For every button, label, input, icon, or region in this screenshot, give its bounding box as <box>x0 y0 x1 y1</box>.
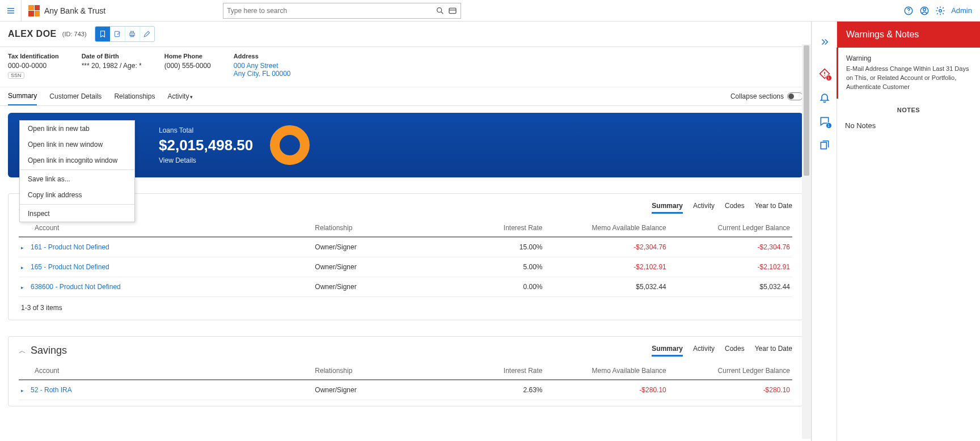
ctx-open-incognito[interactable]: Open link in incognito window <box>20 152 134 168</box>
search-icon[interactable] <box>436 6 445 15</box>
card-tab-codes[interactable]: Codes <box>725 345 745 357</box>
warning-badge: 1 <box>826 75 832 81</box>
col-relationship: Relationship <box>312 362 452 380</box>
rail-chat-button[interactable]: 1 <box>819 116 830 127</box>
chevron-right-double-icon <box>820 37 830 47</box>
help-icon[interactable] <box>903 6 914 16</box>
logo-mark-icon <box>28 5 40 16</box>
bookmark-button[interactable] <box>95 27 110 41</box>
chevron-right-icon[interactable]: ▸ <box>21 245 24 251</box>
rail-warning-button[interactable]: 1 <box>819 68 830 79</box>
topbar-right: Admin <box>903 6 974 16</box>
memo-cell: $5,032.44 <box>545 277 669 297</box>
ctx-inspect[interactable]: Inspect <box>20 206 134 222</box>
warning-body: E-Mail Address Change Within Last 31 Day… <box>846 65 972 92</box>
card-tabs: Summary Activity Codes Year to Date <box>652 202 792 214</box>
scroll-thumb[interactable] <box>804 45 809 176</box>
print-button[interactable] <box>125 27 140 41</box>
user-icon[interactable] <box>919 6 930 16</box>
card-tab-activity[interactable]: Activity <box>693 202 715 214</box>
dob-label: Date of Birth <box>82 53 142 60</box>
warning-item: Warning E-Mail Address Change Within Las… <box>837 48 980 99</box>
collapse-panel-button[interactable] <box>812 28 837 56</box>
edit-button[interactable] <box>110 27 125 41</box>
search-box[interactable] <box>223 3 461 19</box>
notes-header: NOTES <box>837 99 980 118</box>
card-tab-summary[interactable]: Summary <box>652 345 683 357</box>
vertical-scrollbar[interactable] <box>802 44 811 439</box>
svg-point-5 <box>923 8 926 11</box>
warning-title: Warning <box>846 54 972 62</box>
tab-relationships[interactable]: Relationships <box>114 92 155 105</box>
card-tab-codes[interactable]: Codes <box>725 202 745 214</box>
collapse-sections-control[interactable]: Collapse sections <box>730 92 803 105</box>
ctx-save-link-as[interactable]: Save link as... <box>20 171 134 187</box>
relationship-cell: Owner/Signer <box>312 277 452 297</box>
pencil-button[interactable] <box>140 27 154 41</box>
chevron-right-icon[interactable]: ▸ <box>21 388 24 393</box>
card-tabs: Summary Activity Codes Year to Date <box>652 345 792 357</box>
rate-cell: 5.00% <box>452 257 545 277</box>
table-row: ▸638600 - Product Not DefinedOwner/Signe… <box>19 277 792 297</box>
col-rate: Interest Rate <box>452 219 545 237</box>
gear-icon[interactable] <box>935 6 945 16</box>
tab-summary[interactable]: Summary <box>8 92 37 105</box>
account-link[interactable]: ▸165 - Product Not Defined <box>19 257 312 277</box>
view-details-link[interactable]: View Details <box>159 156 253 164</box>
ledger-cell: -$280.10 <box>669 380 792 400</box>
col-ledger: Current Ledger Balance <box>669 219 792 237</box>
rate-cell: 2.63% <box>452 380 545 400</box>
content-column: ALEX DOE (ID: 743) Tax Identification 00… <box>0 22 812 441</box>
savings-title: Savings <box>31 345 67 357</box>
relationship-cell: Owner/Signer <box>312 237 452 257</box>
address-line1[interactable]: 000 Any Street <box>234 62 291 70</box>
collapse-label: Collapse sections <box>730 92 784 100</box>
ctx-copy-link-address[interactable]: Copy link address <box>20 187 134 203</box>
chat-badge: 1 <box>826 122 832 129</box>
card-tab-activity[interactable]: Activity <box>693 345 715 357</box>
rate-cell: 15.00% <box>452 237 545 257</box>
chevron-right-icon[interactable]: ▸ <box>21 265 24 270</box>
account-link[interactable]: ▸638600 - Product Not Defined <box>19 277 312 297</box>
toolbar-buttons <box>95 26 155 42</box>
collapse-icon[interactable]: ︿ <box>19 346 26 356</box>
account-link[interactable]: ▸161 - Product Not Defined <box>19 237 312 257</box>
hamburger-menu-button[interactable] <box>0 0 22 22</box>
donut-chart-icon <box>270 125 310 165</box>
panel-title: Warnings & Notes <box>837 22 980 48</box>
rate-cell: 0.00% <box>452 277 545 297</box>
relationship-cell: Owner/Signer <box>312 380 452 400</box>
chevron-right-icon[interactable]: ▸ <box>21 285 24 290</box>
card-tab-ytd[interactable]: Year to Date <box>755 202 792 214</box>
rail-bell-button[interactable] <box>819 92 830 103</box>
card-tab-ytd[interactable]: Year to Date <box>755 345 792 357</box>
ctx-open-new-tab[interactable]: Open link in new tab <box>20 121 134 137</box>
address-line2[interactable]: Any City, FL 00000 <box>234 70 291 78</box>
admin-link[interactable]: Admin <box>951 6 972 15</box>
topbar: Any Bank & Trust Admin <box>0 0 980 22</box>
rail-docs-button[interactable] <box>819 139 830 151</box>
main-tabs: Summary Customer Details Relationships A… <box>0 87 811 106</box>
collapse-toggle[interactable] <box>787 92 803 100</box>
customer-info-strip: Tax Identification 000-00-0000 SSN Date … <box>0 47 811 87</box>
ledger-cell: -$2,102.91 <box>669 257 792 277</box>
savings-card: ︿ Savings Summary Activity Codes Year to… <box>8 336 803 406</box>
memo-cell: -$2,304.76 <box>545 237 669 257</box>
svg-rect-1 <box>449 8 456 13</box>
account-link[interactable]: ▸52 - Roth IRA <box>19 380 312 400</box>
search-input[interactable] <box>227 7 432 15</box>
customer-name: ALEX DOE <box>8 29 57 39</box>
hamburger-icon <box>6 6 15 15</box>
col-memo: Memo Available Balance <box>545 362 669 380</box>
card-tab-summary[interactable]: Summary <box>652 202 683 214</box>
print-icon <box>128 30 136 38</box>
tab-activity[interactable]: Activity▾ <box>167 92 193 105</box>
bank-name: Any Bank & Trust <box>44 6 105 15</box>
ssn-badge: SSN <box>8 72 24 79</box>
checking-table: Account Relationship Interest Rate Memo … <box>19 219 792 297</box>
card-icon[interactable] <box>448 6 457 15</box>
checking-pager: 1-3 of 3 items <box>19 297 792 314</box>
ctx-open-new-window[interactable]: Open link in new window <box>20 137 134 152</box>
col-memo: Memo Available Balance <box>545 219 669 237</box>
tab-customer-details[interactable]: Customer Details <box>49 92 102 105</box>
